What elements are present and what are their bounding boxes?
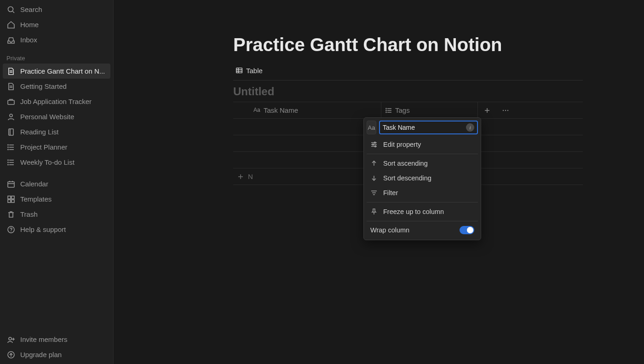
svg-point-49 (503, 110, 504, 110)
svg-line-1 (13, 11, 15, 13)
property-name-input[interactable] (383, 124, 463, 131)
table-header-row: Aa Task Name Tags (233, 102, 583, 119)
filter-icon (370, 189, 378, 196)
trash-icon (6, 210, 16, 219)
arrow-down-icon (370, 174, 378, 182)
svg-point-19 (8, 160, 8, 160)
view-tab-table[interactable]: Table (233, 65, 264, 75)
inbox-icon (6, 35, 16, 45)
sidebar-item-upgrade-plan[interactable]: Upgrade plan (3, 347, 110, 362)
person-icon (6, 112, 16, 121)
templates-icon (6, 195, 16, 204)
sidebar-item-label: Upgrade plan (20, 351, 62, 358)
table-options-button[interactable] (496, 102, 515, 118)
list-icon (6, 158, 16, 167)
column-header-label: Tags (395, 106, 410, 114)
table-icon (235, 66, 243, 75)
column-header-task-name[interactable]: Aa Task Name (250, 102, 381, 118)
svg-point-13 (8, 144, 8, 145)
sidebar-item-label: Invite members (20, 335, 68, 343)
sidebar-item-label: Trash (20, 210, 38, 218)
help-icon (6, 225, 16, 234)
svg-rect-29 (12, 200, 14, 202)
svg-point-51 (507, 110, 508, 110)
calendar-icon (6, 179, 16, 189)
sidebar-item-calendar[interactable]: Calendar (3, 176, 110, 191)
menu-sort-descending[interactable]: Sort descending (367, 171, 478, 185)
upgrade-icon (6, 350, 16, 359)
sidebar-section-private: Private (3, 52, 110, 64)
column-context-menu: Aa i Edit property Sort ascending Sort d (363, 117, 481, 240)
sidebar-item-label: Search (20, 6, 42, 13)
add-column-button[interactable] (478, 102, 496, 118)
pin-icon (370, 208, 378, 215)
wrap-column-toggle[interactable] (460, 226, 474, 234)
svg-point-0 (8, 6, 13, 12)
svg-point-20 (8, 162, 8, 162)
svg-point-14 (8, 147, 8, 147)
row-selector-header (233, 102, 250, 118)
menu-filter[interactable]: Filter (367, 185, 478, 200)
sidebar-item-label: Calendar (20, 180, 48, 188)
database-title[interactable]: Untitled (233, 85, 583, 98)
sidebar-item-label: Help & support (20, 225, 66, 233)
sidebar-item-job-application-tracker[interactable]: Job Application Tracker (3, 94, 110, 109)
invite-icon (6, 335, 16, 344)
menu-sort-ascending[interactable]: Sort ascending (367, 156, 478, 171)
menu-wrap-column: Wrap column (367, 223, 478, 237)
home-icon (6, 20, 16, 29)
svg-point-7 (10, 114, 12, 117)
page-icon (6, 82, 16, 91)
sidebar-item-weekly-to-do-list[interactable]: Weekly To-do List (3, 155, 110, 170)
column-header-tags[interactable]: Tags (381, 102, 478, 118)
sidebar-item-help-support[interactable]: Help & support (3, 222, 110, 237)
sidebar-item-invite-members[interactable]: Invite members (3, 332, 110, 347)
sidebar-item-personal-website[interactable]: Personal Website (3, 109, 110, 124)
page-title[interactable]: Practice Gantt Chart on Notion (233, 35, 583, 55)
text-type-icon: Aa (368, 124, 375, 131)
sidebar-item-getting-started[interactable]: Getting Started (3, 79, 110, 94)
sliders-icon (370, 141, 378, 148)
sidebar-item-label: Practice Gantt Chart on N... (20, 67, 105, 75)
sidebar-item-label: Getting Started (20, 82, 67, 90)
sidebar-item-label: Inbox (20, 36, 37, 44)
new-row-label: N (248, 173, 253, 180)
main: Practice Gantt Chart on Notion Table Unt… (114, 0, 644, 364)
sidebar-item-reading-list[interactable]: Reading List (3, 124, 110, 139)
sidebar-item-inbox[interactable]: Inbox (3, 32, 110, 47)
svg-point-31 (11, 231, 11, 231)
menu-edit-property[interactable]: Edit property (367, 137, 478, 152)
sidebar-item-home[interactable]: Home (3, 17, 110, 32)
svg-point-32 (9, 337, 12, 340)
svg-point-50 (505, 110, 506, 110)
sidebar-item-search[interactable]: Search (3, 2, 110, 17)
svg-rect-27 (12, 196, 14, 199)
arrow-up-icon (370, 160, 378, 167)
sidebar-item-practice-gantt-chart-on-n[interactable]: Practice Gantt Chart on N... (3, 64, 110, 79)
svg-point-21 (8, 164, 8, 165)
svg-point-46 (386, 112, 386, 112)
sidebar: SearchHomeInbox Private Practice Gantt C… (0, 0, 114, 364)
list-icon (6, 143, 16, 152)
sidebar-item-label: Templates (20, 195, 52, 203)
info-icon[interactable]: i (466, 123, 474, 132)
svg-point-44 (386, 108, 386, 109)
property-name-field-wrap: i (379, 121, 478, 134)
property-type-button[interactable]: Aa (367, 121, 376, 134)
list-type-icon (385, 107, 392, 114)
sidebar-item-label: Weekly To-do List (20, 158, 75, 166)
search-icon (6, 5, 16, 14)
sidebar-item-label: Project Planner (20, 143, 68, 151)
text-type-icon: Aa (253, 107, 261, 114)
sidebar-item-templates[interactable]: Templates (3, 191, 110, 207)
menu-freeze-column[interactable]: Freeze up to column (367, 204, 478, 219)
sidebar-item-project-planner[interactable]: Project Planner (3, 139, 110, 155)
view-tab-label: Table (246, 67, 263, 75)
svg-rect-22 (8, 182, 14, 187)
svg-rect-26 (8, 196, 11, 199)
page-icon (6, 67, 16, 76)
sidebar-item-trash[interactable]: Trash (3, 207, 110, 222)
sidebar-item-label: Personal Website (20, 113, 74, 121)
svg-rect-37 (236, 68, 242, 73)
sidebar-item-label: Reading List (20, 128, 58, 136)
